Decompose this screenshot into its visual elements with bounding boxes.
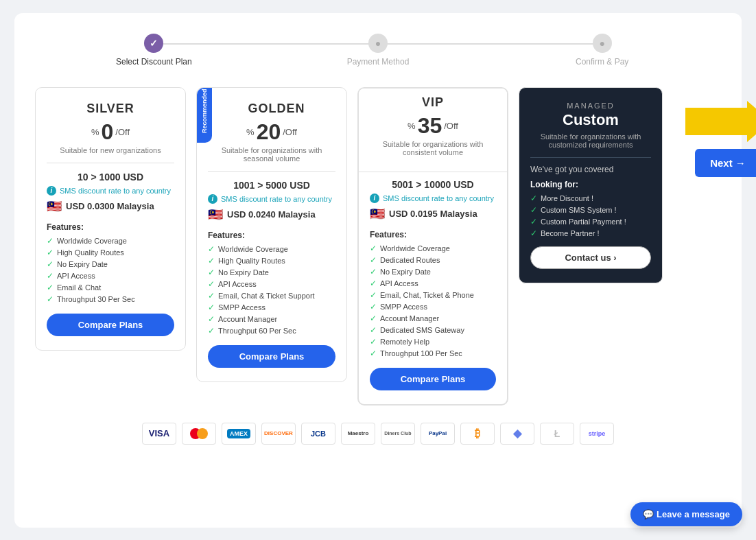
managed-covered: We've got you covered <box>530 165 651 174</box>
contact-us-btn[interactable]: Contact us › <box>530 246 651 269</box>
golden-plan-card: Recommended GOLDEN % 20 /Off Suitable fo… <box>196 87 347 382</box>
vip-feature-8: ✓Dedicated SMS Gateway <box>370 325 496 335</box>
step-label-3: Confirm & Pay <box>576 57 628 67</box>
check-icon: ✓ <box>370 255 377 265</box>
vip-feature-3: ✓No Expiry Date <box>370 267 496 277</box>
check-icon: ✓ <box>47 259 54 269</box>
silver-feature-1: ✓Worldwide Coverage <box>47 236 174 246</box>
vip-feature-9: ✓Remotely Help <box>370 337 496 347</box>
step-payment-method: ● Payment Method <box>266 34 491 67</box>
check-icon: ✓ <box>208 244 215 254</box>
jcb-icon: JCB <box>301 423 335 445</box>
vip-sms-rate-text: SMS discount rate to any country <box>383 194 494 202</box>
golden-divider <box>208 171 335 172</box>
check-icon: ✓ <box>530 228 537 238</box>
silver-off: /Off <box>115 127 130 137</box>
check-icon: ✓ <box>208 279 215 289</box>
content-area: SILVER % 0 /Off Suitable for new organiz… <box>35 87 721 406</box>
silver-flag-price: 🇲🇾 USD 0.0300 Malaysia <box>47 199 174 214</box>
vip-feature-4: ✓API Access <box>370 279 496 288</box>
golden-feature-4: ✓API Access <box>208 279 335 289</box>
golden-percent: % <box>246 127 255 137</box>
golden-discount-row: % 20 /Off <box>208 119 335 145</box>
vip-feature-6: ✓SMPP Access <box>370 302 496 312</box>
silver-title: SILVER <box>47 102 174 116</box>
amex-icon: AMEX <box>222 423 256 445</box>
leave-message-button[interactable]: 💬 Leave a message <box>630 502 742 526</box>
silver-divider <box>47 163 174 163</box>
stripe-icon: stripe <box>580 423 614 445</box>
golden-sms-rate: i SMS discount rate to any country <box>208 194 335 204</box>
silver-feature-4: ✓API Access <box>47 271 174 281</box>
arrow-body <box>685 108 747 135</box>
vip-top-section: VIP % 35 /Off Suitable for organizations… <box>359 89 507 172</box>
plans-container: SILVER % 0 /Off Suitable for new organiz… <box>35 87 663 406</box>
golden-compare-btn[interactable]: Compare Plans <box>208 345 335 368</box>
managed-feature-2: ✓Custom SMS System ! <box>530 205 651 215</box>
managed-subtitle: Suitable for organizations with customiz… <box>530 132 651 149</box>
silver-price: USD 0.0300 Malaysia <box>66 201 154 211</box>
recommended-badge: Recommended <box>197 88 212 143</box>
maestro-icon: Maestro <box>341 423 375 445</box>
vip-feature-2: ✓Dedicated Routes <box>370 255 496 265</box>
golden-feature-5: ✓Email, Chat & Ticket Support <box>208 291 335 301</box>
silver-info-icon: i <box>47 186 56 196</box>
golden-price: USD 0.0240 Malaysia <box>227 209 316 220</box>
golden-flag-price: 🇲🇾 USD 0.0240 Malaysia <box>208 207 335 222</box>
check-icon: ✓ <box>370 325 377 335</box>
ethereum-icon: ◆ <box>500 423 534 445</box>
vip-flag-price: 🇲🇾 USD 0.0195 Malaysia <box>370 207 496 222</box>
next-button[interactable]: Next → <box>695 149 756 177</box>
vip-range: 5001 > 10000 USD <box>370 179 496 190</box>
silver-feature-6: ✓Throughput 30 Per Sec <box>47 294 174 304</box>
diners-club-icon: Diners Club <box>381 423 415 445</box>
arrow-next-row <box>685 101 757 142</box>
silver-range: 10 > 1000 USD <box>47 172 174 183</box>
arrow-head <box>747 101 757 142</box>
vip-off: /Off <box>444 121 458 131</box>
step-select-plan: ✓ Select Discount Plan <box>42 34 266 67</box>
managed-plan-card: MANAGED Custom Suitable for organization… <box>519 87 663 283</box>
check-icon: ✓ <box>530 193 537 203</box>
vip-discount: 35 <box>418 113 442 139</box>
silver-discount: 0 <box>102 119 114 145</box>
right-section: Next → <box>673 87 756 177</box>
golden-feature-3: ✓No Expiry Date <box>208 268 335 277</box>
step-circle-1: ✓ <box>144 34 163 53</box>
golden-range: 1001 > 5000 USD <box>208 180 335 191</box>
silver-features-title: Features: <box>47 222 174 232</box>
check-icon: ✓ <box>208 314 215 324</box>
silver-feature-5: ✓Email & Chat <box>47 283 174 292</box>
silver-sms-rate: i SMS discount rate to any country <box>47 186 174 196</box>
vip-discount-row: % 35 /Off <box>370 113 496 139</box>
golden-discount: 20 <box>257 119 281 145</box>
vip-feature-10: ✓Throughput 100 Per Sec <box>370 349 496 358</box>
golden-feature-7: ✓Account Manager <box>208 314 335 324</box>
vip-title: VIP <box>370 95 496 110</box>
silver-subtitle: Suitable for new organizations <box>47 146 174 154</box>
vip-compare-btn[interactable]: Compare Plans <box>370 368 496 390</box>
check-icon: ✓ <box>208 303 215 312</box>
discover-icon: DISCOVER <box>261 423 296 445</box>
silver-flag: 🇲🇾 <box>47 199 62 214</box>
vip-sms-rate: i SMS discount rate to any country <box>370 193 496 203</box>
vip-price: USD 0.0195 Malaysia <box>389 209 477 219</box>
check-icon: ✓ <box>370 290 377 300</box>
check-icon: ✓ <box>47 271 54 281</box>
vip-subtitle: Suitable for organizations with consiste… <box>370 140 496 156</box>
payment-icons-row: VISA AMEX DISCOVER JCB Maestro Diners Cl… <box>35 423 721 445</box>
managed-label: MANAGED <box>530 102 651 110</box>
step-label-2: Payment Method <box>347 57 410 67</box>
silver-compare-btn[interactable]: Compare Plans <box>47 314 174 336</box>
managed-custom-title: Custom <box>530 111 651 129</box>
golden-feature-6: ✓SMPP Access <box>208 303 335 312</box>
paypal-icon: PayPal <box>421 423 455 445</box>
vip-plan-card: VIP % 35 /Off Suitable for organizations… <box>357 87 508 406</box>
silver-feature-2: ✓High Quality Routes <box>47 248 174 257</box>
vip-features-title: Features: <box>370 230 496 239</box>
check-icon: ✓ <box>208 326 215 336</box>
golden-feature-8: ✓Throughput 60 Per Sec <box>208 326 335 336</box>
step-circle-2: ● <box>368 34 388 53</box>
step-circle-3: ● <box>593 34 612 53</box>
litecoin-icon: Ł <box>540 423 574 445</box>
